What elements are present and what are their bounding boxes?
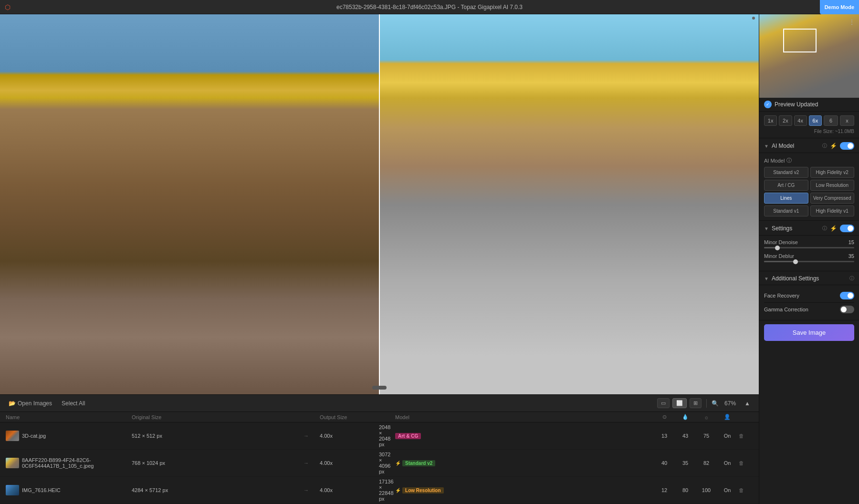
ai-model-chevron: ▼ <box>764 144 769 149</box>
split-divider[interactable] <box>379 14 380 394</box>
model-2: ⚡ Low Resolution <box>395 487 481 493</box>
ai-model-lightning-icon[interactable]: ⚡ <box>830 143 837 149</box>
delete-1[interactable]: 🗑 <box>739 460 753 466</box>
minor-deblur-row: Minor Deblur 35 <box>764 253 854 262</box>
original-size-0: 512 × 512 px <box>132 433 302 439</box>
gamma-correction-toggle[interactable] <box>840 306 854 313</box>
save-image-button[interactable]: Save Image <box>764 324 854 341</box>
image-preview[interactable] <box>0 14 759 394</box>
minor-deblur-thumb[interactable] <box>793 259 798 264</box>
collapse-button[interactable]: ▲ <box>742 399 753 408</box>
model-tag-0: Art & CG <box>395 433 421 439</box>
scale-2x-button[interactable]: 2x <box>779 115 792 126</box>
additional-settings-chevron: ▼ <box>764 276 769 281</box>
scale-1x-button[interactable]: 1x <box>764 115 777 126</box>
model-standard-v1-button[interactable]: Standard v1 <box>764 206 808 216</box>
model-very-compressed-button[interactable]: Very Compressed <box>810 193 855 204</box>
model-high-fidelity-v2-button[interactable]: High Fidelity v2 <box>810 167 855 178</box>
v1-0: 13 <box>655 433 674 439</box>
settings-toggle[interactable] <box>840 225 854 232</box>
v2-2: 80 <box>676 487 695 493</box>
file-name-text-0: 3D-cat.jpg <box>22 433 46 439</box>
ai-model-section-header[interactable]: ▼ AI Model ⓘ ⚡ <box>759 138 859 153</box>
settings-info-icon[interactable]: ⓘ <box>822 225 827 232</box>
minor-denoise-row: Minor Denoise 15 <box>764 239 854 248</box>
face-recovery-label: Face Recovery <box>764 293 799 298</box>
toolbar-right: ▭ ⬜ ⊞ 🔍 67% ▲ <box>657 398 753 408</box>
right-panel: ⋮ ✓ Preview Updated 1x 2x 4x 6x 6 x File… <box>759 14 859 504</box>
output-size-0: 2048 × 2048 px <box>379 424 393 447</box>
view-single-button[interactable]: ▭ <box>657 398 670 408</box>
face-recovery-toggle[interactable] <box>840 292 854 299</box>
status-2: On <box>718 487 737 493</box>
minor-deblur-track[interactable] <box>764 261 854 262</box>
view-split-button[interactable]: ⬜ <box>672 398 687 408</box>
v3-2: 100 <box>697 487 716 493</box>
scale-custom-button[interactable]: 6 <box>824 115 838 126</box>
scale-0: 4.00x <box>320 433 377 439</box>
status-0: On <box>718 433 737 439</box>
file-name-text-1: 8AAFF220-B899-4F24-82C6-0C6F5444A17B_1_1… <box>22 457 130 469</box>
additional-settings-info-icon[interactable]: ⓘ <box>849 275 854 282</box>
model-lines-button[interactable]: Lines <box>764 193 808 204</box>
additional-settings-content: Face Recovery Gamma Correction <box>759 285 859 320</box>
file-row-2[interactable]: IMG_7616.HEIC 4284 × 5712 px → 4.00x 171… <box>0 477 759 504</box>
minor-denoise-track[interactable] <box>764 247 854 248</box>
preview-updated-label: Preview Updated <box>775 101 818 108</box>
right-image <box>379 14 759 394</box>
settings-lightning-icon[interactable]: ⚡ <box>830 225 837 232</box>
minor-deblur-fill <box>764 261 796 262</box>
gamma-correction-label: Gamma Correction <box>764 307 808 312</box>
select-all-button[interactable]: Select All <box>59 399 88 408</box>
ai-model-toggle[interactable] <box>840 142 854 150</box>
model-low-resolution-button[interactable]: Low Resolution <box>810 180 855 191</box>
settings-content: Minor Denoise 15 Minor Deblur 35 <box>759 236 859 271</box>
ai-model-content: AI Model ⓘ Standard v2 High Fidelity v2 … <box>759 153 859 221</box>
col-v2: 💧 <box>676 414 695 420</box>
model-1: ⚡ Standard v2 <box>395 460 481 466</box>
view-grid-button[interactable]: ⊞ <box>690 398 702 408</box>
scale-6x-button[interactable]: 6x <box>809 115 822 126</box>
scale-1: 4.00x <box>320 460 377 466</box>
additional-settings-header[interactable]: ▼ Additional Settings ⓘ <box>759 271 859 285</box>
file-name-2: IMG_7616.HEIC <box>6 485 130 495</box>
settings-section-header[interactable]: ▼ Settings ⓘ ⚡ <box>759 221 859 236</box>
scale-buttons: 1x 2x 4x 6x 6 x <box>764 115 854 126</box>
split-handle[interactable] <box>372 386 387 390</box>
file-name-text-2: IMG_7616.HEIC <box>22 487 61 493</box>
minor-denoise-thumb[interactable] <box>775 246 780 250</box>
scale-x-button[interactable]: x <box>840 115 854 126</box>
v3-0: 75 <box>697 433 716 439</box>
model-standard-v2-button[interactable]: Standard v2 <box>764 167 808 178</box>
model-high-fidelity-v1-button[interactable]: High Fidelity v1 <box>810 206 855 216</box>
thumbnail-menu-button[interactable]: ⋮ <box>849 18 855 26</box>
output-size-1: 3072 × 4096 px <box>379 452 393 474</box>
file-thumb-1 <box>6 458 19 468</box>
file-name-1: 8AAFF220-B899-4F24-82C6-0C6F5444A17B_1_1… <box>6 457 130 469</box>
minor-denoise-label-row: Minor Denoise 15 <box>764 239 854 245</box>
delete-0[interactable]: 🗑 <box>739 433 753 439</box>
ai-model-section-title: AI Model <box>772 143 819 149</box>
settings-chevron: ▼ <box>764 226 769 231</box>
v1-1: 40 <box>655 460 674 466</box>
preview-thumbnail: ⋮ <box>759 14 859 98</box>
arrow-1: → <box>304 460 318 466</box>
thumbnail-image <box>759 14 859 98</box>
demo-badge: Demo Mode <box>820 0 859 14</box>
model-grid: Standard v2 High Fidelity v2 Art / CG Lo… <box>764 167 854 216</box>
model-tag-1: Standard v2 <box>402 460 435 466</box>
model-tag-2: Low Resolution <box>402 487 443 494</box>
file-list-header: Name Original Size Output Size Model ⊙ 💧… <box>0 412 759 422</box>
model-art-cg-button[interactable]: Art / CG <box>764 180 808 191</box>
file-name-0: 3D-cat.jpg <box>6 431 130 441</box>
ai-model-info-icon[interactable]: ⓘ <box>822 143 827 149</box>
col-v1: ⊙ <box>655 414 674 420</box>
settings-section-title: Settings <box>772 225 819 232</box>
lightning-1: ⚡ <box>395 461 401 466</box>
scale-4x-button[interactable]: 4x <box>794 115 807 126</box>
file-row-0[interactable]: 3D-cat.jpg 512 × 512 px → 4.00x 2048 × 2… <box>0 422 759 450</box>
delete-2[interactable]: 🗑 <box>739 487 753 493</box>
arrow-2: → <box>304 487 318 493</box>
open-images-button[interactable]: 📂 Open Images <box>6 399 55 408</box>
file-row-1[interactable]: 8AAFF220-B899-4F24-82C6-0C6F5444A17B_1_1… <box>0 450 759 477</box>
